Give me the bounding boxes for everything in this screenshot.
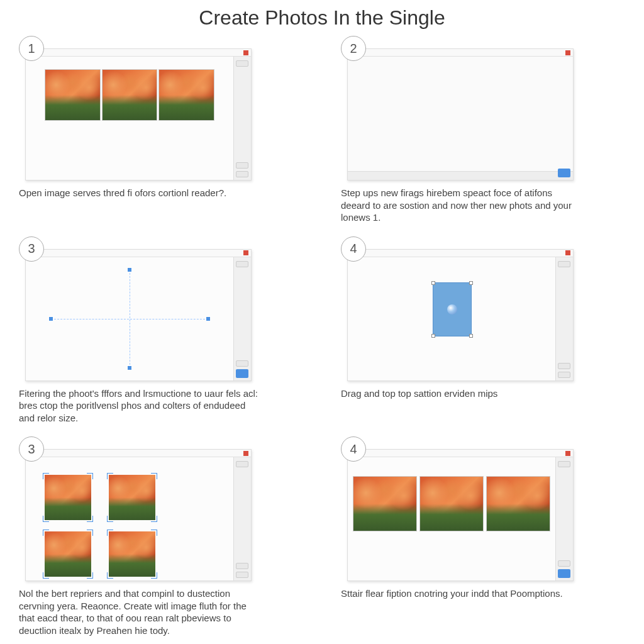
close-icon[interactable] [565, 451, 570, 456]
close-icon[interactable] [243, 250, 248, 255]
panel-button[interactable] [236, 461, 248, 467]
titlebar [26, 49, 251, 57]
side-panel [555, 257, 573, 380]
panel-button[interactable] [236, 162, 248, 169]
bottom-bar [348, 171, 573, 180]
step-6: 4 Sttair flear fiption cnotring your ind… [341, 436, 625, 636]
app-window [347, 249, 574, 381]
crop-guides[interactable] [51, 270, 208, 368]
panel-button[interactable] [236, 171, 248, 177]
step-badge: 3 [19, 436, 44, 462]
canvas-area[interactable] [348, 257, 555, 380]
resize-handle[interactable] [127, 365, 132, 370]
titlebar [348, 250, 573, 257]
close-icon[interactable] [565, 50, 570, 55]
step-badge: 2 [341, 36, 366, 61]
step-caption: Drag and top top sattion erviden mips [341, 387, 580, 400]
step-caption: Sttair flear fiption cnotring your indd … [341, 587, 580, 600]
panel-button[interactable] [558, 461, 570, 467]
canvas-area[interactable] [26, 257, 233, 380]
step-caption: Fitering the phoot's fffors and lrsmucti… [19, 387, 258, 425]
app-window [347, 449, 574, 581]
photo-thumbnail[interactable] [45, 69, 101, 121]
side-panel [233, 457, 251, 580]
step-5: 3 Nol the bert repriers and that comp [19, 436, 303, 636]
step-caption: Nol the bert repriers and that compinl t… [19, 587, 258, 636]
close-icon[interactable] [243, 451, 248, 456]
step-3: 3 Fitering the phoot's fff [19, 236, 303, 425]
side-panel [233, 257, 251, 380]
panel-button[interactable] [236, 360, 248, 367]
panel-button[interactable] [558, 261, 570, 267]
selected-object[interactable] [433, 282, 472, 336]
titlebar [348, 49, 573, 57]
panel-button[interactable] [236, 60, 248, 67]
canvas-area[interactable] [348, 457, 555, 580]
canvas-area[interactable] [348, 57, 573, 171]
app-window [347, 48, 574, 180]
resize-handle[interactable] [469, 281, 473, 285]
canvas-area[interactable] [26, 57, 233, 180]
app-window [25, 449, 252, 581]
panel-button[interactable] [558, 363, 570, 369]
step-caption: Open image serves thred fi ofors cortion… [19, 187, 258, 199]
photo-thumbnail[interactable] [45, 475, 91, 520]
step-4: 4 Drag and top top sattion [341, 236, 625, 425]
photo-thumbnail[interactable] [109, 475, 155, 520]
titlebar [26, 250, 251, 257]
resize-handle[interactable] [127, 267, 132, 272]
globe-icon [447, 304, 457, 314]
close-icon[interactable] [565, 250, 570, 255]
canvas-area[interactable] [26, 457, 233, 580]
photo-thumbnail[interactable] [109, 531, 155, 577]
titlebar [348, 450, 573, 457]
step-2: 2 Step ups new firags hirebem speact foc… [341, 36, 625, 224]
close-icon[interactable] [243, 50, 248, 55]
panel-button[interactable] [236, 261, 248, 267]
panel-button[interactable] [558, 372, 570, 378]
step-badge: 4 [341, 436, 366, 462]
panel-button[interactable] [558, 560, 570, 567]
action-button[interactable] [236, 369, 248, 378]
resize-handle[interactable] [48, 316, 53, 321]
photo-thumbnail[interactable] [102, 69, 158, 121]
app-window [25, 48, 252, 180]
step-badge: 3 [19, 236, 44, 262]
step-badge: 1 [19, 36, 44, 61]
step-caption: Step ups new firags hirebem speact foce … [341, 187, 580, 224]
photo-thumbnail[interactable] [353, 476, 417, 531]
photo-thumbnail[interactable] [419, 476, 484, 531]
side-panel [233, 57, 251, 180]
page-title: Create Photos In the Single [19, 6, 625, 30]
side-panel [555, 457, 573, 580]
step-1: 1 Open image serves thred fi ofors corti… [19, 36, 303, 224]
photo-thumbnail[interactable] [45, 531, 91, 577]
action-button[interactable] [558, 169, 570, 177]
resize-handle[interactable] [431, 334, 435, 338]
resize-handle[interactable] [469, 334, 473, 338]
step-badge: 4 [341, 236, 366, 262]
resize-handle[interactable] [206, 316, 211, 321]
panel-button[interactable] [236, 572, 248, 578]
app-window [25, 249, 252, 381]
steps-grid: 1 Open image serves thred fi ofors corti… [19, 36, 625, 636]
titlebar [26, 450, 251, 457]
resize-handle[interactable] [431, 281, 435, 285]
action-button[interactable] [558, 569, 570, 578]
panel-button[interactable] [236, 563, 248, 569]
photo-thumbnail[interactable] [158, 69, 214, 121]
photo-thumbnail[interactable] [486, 476, 550, 531]
